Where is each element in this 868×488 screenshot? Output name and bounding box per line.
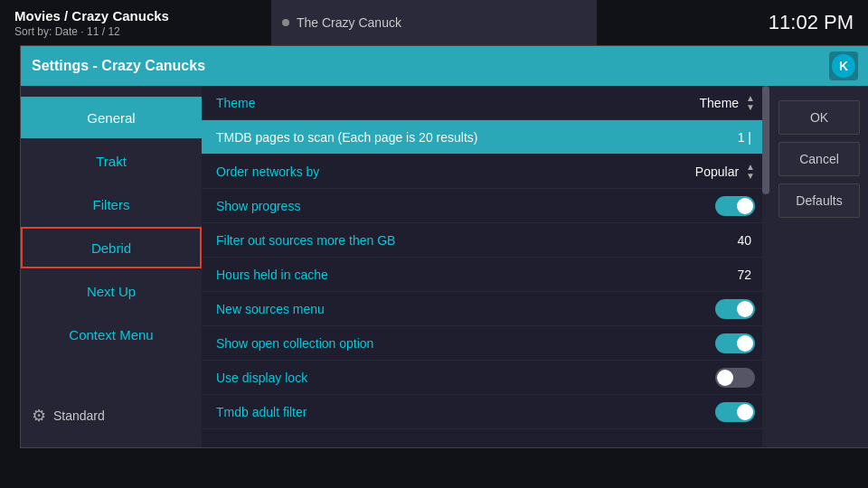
- setting-row-filter-sources[interactable]: Filter out sources more then GB 40: [202, 223, 769, 258]
- clock: 11:02 PM: [769, 11, 854, 34]
- setting-label-display-lock: Use display lock: [216, 371, 715, 385]
- setting-label-new-sources-menu: New sources menu: [216, 302, 715, 316]
- toggle-knob: [737, 404, 753, 420]
- setting-label-adult-filter: Tmdb adult filter: [216, 405, 715, 419]
- setting-value-filter-sources: 40: [737, 233, 751, 248]
- cancel-button[interactable]: Cancel: [778, 142, 860, 176]
- adult-filter-toggle[interactable]: [715, 402, 755, 422]
- setting-row-show-progress[interactable]: Show progress: [202, 189, 769, 223]
- setting-value-hours-cache: 72: [737, 267, 751, 282]
- sidebar-profile-label: Standard: [53, 408, 105, 423]
- sidebar-item-context-menu[interactable]: Context Menu: [21, 314, 202, 355]
- setting-label-tmdb-pages: TMDB pages to scan (Each page is 20 resu…: [216, 130, 738, 145]
- setting-label-show-progress: Show progress: [216, 199, 715, 213]
- setting-row-order-networks[interactable]: Order networks by Popular ▲ ▼: [202, 155, 769, 189]
- sidebar-item-trakt[interactable]: Trakt: [21, 140, 202, 182]
- display-lock-toggle[interactable]: [715, 368, 755, 388]
- order-networks-arrows: ▲ ▼: [746, 163, 755, 181]
- setting-row-adult-filter[interactable]: Tmdb adult filter: [202, 395, 769, 429]
- toggle-knob: [737, 198, 753, 214]
- kodi-logo-icon: K: [832, 54, 855, 78]
- open-collection-toggle[interactable]: [715, 333, 755, 353]
- dialog-body: General Trakt Filters Debrid Next Up Con…: [21, 86, 868, 447]
- arrow-up-icon: ▲: [746, 94, 755, 103]
- setting-label-theme: Theme: [216, 96, 700, 110]
- setting-row-display-lock[interactable]: Use display lock: [202, 361, 769, 395]
- toggle-knob: [737, 301, 753, 317]
- sidebar-standard-section: ⚙ Standard: [21, 395, 202, 436]
- action-buttons-panel: OK Cancel Defaults: [769, 86, 868, 447]
- ok-button[interactable]: OK: [778, 100, 860, 135]
- setting-label-open-collection: Show open collection option: [216, 336, 715, 351]
- setting-label-order-networks: Order networks by: [216, 164, 695, 179]
- scrollbar-track[interactable]: [762, 86, 769, 447]
- setting-row-tmdb-pages[interactable]: TMDB pages to scan (Each page is 20 resu…: [202, 120, 769, 155]
- arrow-down-icon: ▼: [746, 172, 755, 181]
- defaults-button[interactable]: Defaults: [778, 183, 860, 218]
- setting-value-tmdb-pages: 1 |: [738, 130, 751, 145]
- arrow-down-icon: ▼: [746, 103, 755, 112]
- setting-label-filter-sources: Filter out sources more then GB: [216, 233, 737, 248]
- new-sources-menu-toggle[interactable]: [715, 299, 755, 319]
- scrollbar-thumb[interactable]: [762, 86, 769, 194]
- toggle-knob: [717, 370, 733, 386]
- settings-sidebar: General Trakt Filters Debrid Next Up Con…: [21, 86, 202, 447]
- toggle-knob: [737, 335, 753, 352]
- sidebar-item-next-up[interactable]: Next Up: [21, 270, 202, 312]
- setting-value-theme: Theme: [700, 96, 740, 110]
- gear-icon: ⚙: [32, 406, 46, 426]
- sidebar-item-debrid[interactable]: Debrid: [21, 227, 202, 268]
- dialog-title: Settings - Crazy Canucks: [32, 58, 205, 74]
- sidebar-item-general[interactable]: General: [21, 97, 202, 138]
- now-playing-title: The Crazy Canuck: [297, 15, 401, 30]
- dot-icon: [282, 19, 289, 26]
- show-progress-toggle[interactable]: [715, 196, 755, 216]
- dialog-titlebar: Settings - Crazy Canucks K: [21, 46, 868, 86]
- theme-arrows: ▲ ▼: [746, 94, 755, 112]
- settings-content[interactable]: Theme Theme ▲ ▼ TMDB pages to scan (Each…: [202, 86, 769, 447]
- dialog-close-button[interactable]: K: [829, 52, 858, 80]
- arrow-up-icon: ▲: [746, 163, 755, 172]
- now-playing-bar: The Crazy Canuck: [271, 0, 597, 45]
- setting-row-hours-cache[interactable]: Hours held in cache 72: [202, 258, 769, 292]
- settings-dialog: Settings - Crazy Canucks K General Trakt…: [20, 45, 868, 448]
- top-bar: Movies / Crazy Canucks Sort by: Date · 1…: [0, 0, 868, 45]
- setting-label-hours-cache: Hours held in cache: [216, 267, 737, 282]
- sidebar-item-filters[interactable]: Filters: [21, 183, 202, 225]
- setting-value-order-networks: Popular: [695, 164, 739, 179]
- setting-row-new-sources-menu[interactable]: New sources menu: [202, 292, 769, 326]
- setting-row-open-collection[interactable]: Show open collection option: [202, 326, 769, 361]
- setting-row-theme[interactable]: Theme Theme ▲ ▼: [202, 86, 769, 120]
